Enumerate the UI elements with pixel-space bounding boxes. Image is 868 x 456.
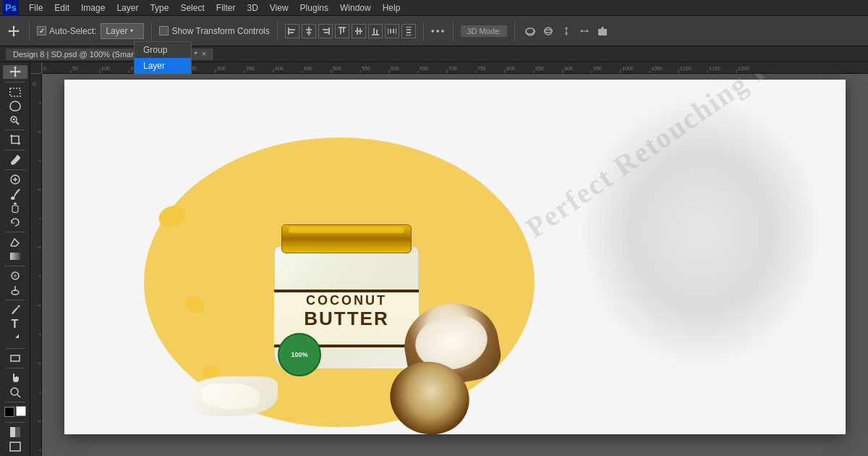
svg-text:600: 600 bbox=[391, 66, 399, 71]
svg-rect-6 bbox=[328, 28, 330, 35]
svg-point-39 bbox=[14, 274, 17, 277]
svg-text:900: 900 bbox=[564, 66, 573, 71]
clone-tool[interactable] bbox=[3, 201, 27, 215]
svg-rect-13 bbox=[357, 28, 358, 35]
svg-text:0: 0 bbox=[32, 83, 37, 85]
menu-help[interactable]: Help bbox=[377, 1, 407, 14]
three-d-mode-btn[interactable]: 3D Mode: bbox=[461, 25, 507, 37]
svg-text:650: 650 bbox=[420, 66, 428, 71]
quick-mask-tool[interactable] bbox=[3, 426, 27, 439]
tool-sep-1 bbox=[5, 82, 25, 83]
align-right-icon[interactable] bbox=[318, 24, 333, 38]
menu-3d[interactable]: 3D bbox=[241, 1, 263, 14]
main-area: T bbox=[0, 62, 868, 456]
history-brush-tool[interactable] bbox=[3, 216, 27, 229]
eraser-tool[interactable] bbox=[3, 235, 27, 249]
svg-text:550: 550 bbox=[362, 66, 370, 71]
tool-sep-11 bbox=[5, 422, 25, 423]
align-bottom-icon[interactable] bbox=[368, 24, 383, 38]
menu-layer[interactable]: Layer bbox=[111, 1, 144, 14]
menu-window[interactable]: Window bbox=[334, 1, 377, 14]
svg-rect-12 bbox=[355, 30, 362, 32]
svg-rect-24 bbox=[407, 29, 411, 30]
lasso-tool[interactable] bbox=[3, 99, 27, 113]
svg-rect-20 bbox=[390, 29, 391, 33]
svg-rect-48 bbox=[10, 442, 20, 451]
svg-text:100: 100 bbox=[101, 66, 110, 71]
align-left-icon[interactable] bbox=[285, 24, 299, 38]
svg-line-45 bbox=[17, 394, 20, 397]
zoom-tool[interactable] bbox=[3, 385, 27, 399]
align-center-h-icon[interactable] bbox=[302, 24, 316, 38]
canvas-scroll[interactable]: Perfect Retouching Inc COCONUT BUTTER bbox=[42, 74, 868, 456]
svg-rect-5 bbox=[307, 32, 311, 33]
hand-tool[interactable] bbox=[3, 371, 27, 385]
auto-select-checkbox[interactable] bbox=[37, 26, 46, 35]
rectangle-tool[interactable] bbox=[3, 351, 27, 365]
toolbar: Auto-Select: Layer ▾ Group Layer Show Tr… bbox=[0, 16, 868, 46]
menu-edit[interactable]: Edit bbox=[48, 1, 75, 14]
svg-rect-8 bbox=[324, 32, 328, 33]
distribute-v-icon[interactable] bbox=[401, 24, 416, 38]
dropdown-option-group[interactable]: Group bbox=[135, 42, 191, 58]
svg-rect-21 bbox=[393, 29, 394, 33]
rotate-3d-icon[interactable] bbox=[522, 23, 538, 39]
type-tool[interactable]: T bbox=[3, 317, 27, 331]
brush-tool[interactable] bbox=[3, 187, 27, 200]
gradient-tool[interactable] bbox=[3, 250, 27, 263]
ps-logo: Ps bbox=[3, 0, 19, 16]
svg-rect-37 bbox=[10, 253, 20, 260]
menu-select[interactable]: Select bbox=[174, 1, 210, 14]
menu-filter[interactable]: Filter bbox=[210, 1, 242, 14]
dropdown-option-layer[interactable]: Layer bbox=[135, 58, 191, 74]
move-tool[interactable] bbox=[3, 65, 27, 79]
marquee-tool[interactable] bbox=[3, 85, 27, 98]
jar-body: COCONUT BUTTER 100% bbox=[267, 224, 426, 369]
svg-rect-19 bbox=[396, 28, 396, 34]
menu-plugins[interactable]: Plugins bbox=[294, 1, 334, 14]
quick-select-tool[interactable] bbox=[3, 114, 27, 127]
doc-tab-close[interactable]: × bbox=[202, 50, 206, 58]
svg-text:0: 0 bbox=[43, 66, 46, 71]
distribute-h-icon[interactable] bbox=[385, 24, 399, 38]
pan-icon[interactable] bbox=[558, 23, 574, 39]
more-options-icon[interactable]: ••• bbox=[431, 25, 446, 37]
dodge-tool[interactable] bbox=[3, 283, 27, 297]
align-top-icon[interactable] bbox=[335, 24, 349, 38]
layer-select-dropdown[interactable]: Layer ▾ Group Layer bbox=[101, 23, 144, 39]
tool-sep-3 bbox=[5, 150, 25, 151]
toolbar-sep-5 bbox=[453, 21, 454, 41]
pen-tool[interactable] bbox=[3, 303, 27, 317]
slide-icon[interactable] bbox=[576, 23, 592, 39]
color-swatches[interactable] bbox=[3, 407, 27, 419]
svg-text:350: 350 bbox=[246, 66, 255, 71]
eyedropper-tool[interactable] bbox=[3, 153, 27, 166]
menu-view[interactable]: View bbox=[264, 1, 294, 14]
svg-rect-16 bbox=[373, 28, 375, 34]
svg-rect-0 bbox=[288, 28, 289, 35]
auto-select-group: Auto-Select: bbox=[37, 26, 96, 36]
menu-bar: Ps File Edit Image Layer Type Select Fil… bbox=[0, 0, 868, 16]
svg-text:850: 850 bbox=[535, 66, 544, 71]
camera-icon[interactable] bbox=[595, 23, 610, 39]
path-select-tool[interactable] bbox=[3, 332, 27, 345]
menu-type[interactable]: Type bbox=[144, 1, 174, 14]
show-transform-label: Show Transform Controls bbox=[171, 26, 269, 36]
show-transform-checkbox[interactable] bbox=[159, 26, 169, 35]
auto-select-label: Auto-Select: bbox=[49, 26, 96, 36]
spot-heal-tool[interactable] bbox=[3, 173, 27, 187]
menu-file[interactable]: File bbox=[23, 1, 48, 14]
tool-sep-7 bbox=[5, 300, 25, 300]
svg-point-28 bbox=[545, 30, 552, 33]
dropdown-popup: Group Layer bbox=[134, 41, 192, 75]
canvas-area: 0 50 100 150 200 250 300 bbox=[30, 62, 868, 456]
screen-mode-tool[interactable] bbox=[3, 439, 27, 453]
svg-text:450: 450 bbox=[304, 66, 312, 71]
align-middle-v-icon[interactable] bbox=[352, 24, 366, 38]
menu-image[interactable]: Image bbox=[75, 1, 111, 14]
svg-text:1150: 1150 bbox=[709, 66, 720, 71]
orbit-icon[interactable] bbox=[540, 23, 556, 39]
crop-tool[interactable] bbox=[3, 133, 27, 147]
blur-tool[interactable] bbox=[3, 269, 27, 283]
tool-sep-8 bbox=[5, 348, 25, 349]
